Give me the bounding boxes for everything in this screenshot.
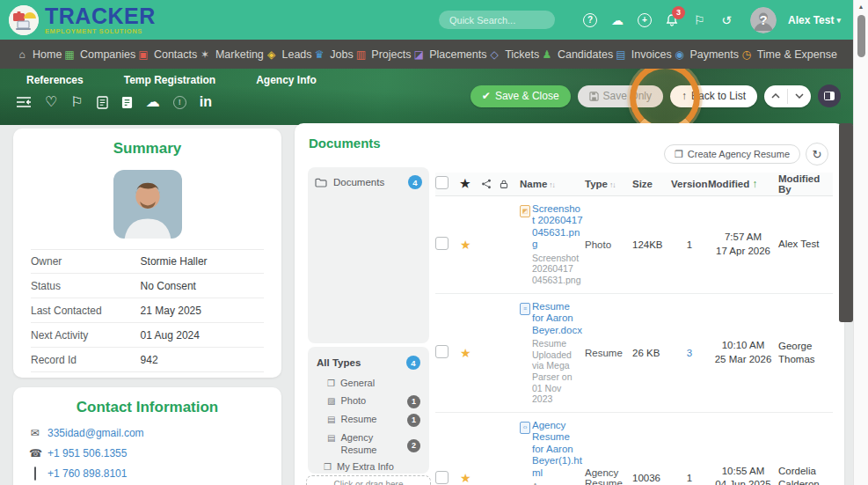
brand-tagline: EMPLOYMENT SOLUTIONS bbox=[45, 28, 156, 35]
back-to-list-button[interactable]: ↑ Back to List bbox=[670, 85, 757, 107]
candidate-photo[interactable] bbox=[113, 170, 182, 239]
nav-item-invoices[interactable]: ▤Invoices bbox=[615, 48, 672, 61]
nav-item-jobs[interactable]: ♛Jobs bbox=[313, 48, 353, 61]
summary-card: Summary Owner Stormie Haller Status No C… bbox=[13, 129, 281, 378]
record-pager bbox=[764, 85, 811, 107]
jobs-icon: ♛ bbox=[313, 48, 325, 61]
file-icon: ❐ bbox=[324, 462, 332, 474]
refresh-button[interactable]: ↻ bbox=[806, 143, 828, 165]
contact-phone-link[interactable]: ☎ +1 951 506.1355 bbox=[29, 447, 281, 459]
nav-item-marketing[interactable]: ✶Marketing bbox=[199, 48, 264, 61]
column-header-version[interactable]: Version bbox=[671, 173, 708, 195]
linkedin-icon[interactable]: in bbox=[200, 95, 212, 109]
mobile-icon bbox=[29, 467, 40, 480]
previous-record-button[interactable] bbox=[764, 85, 787, 107]
nav-item-time-expense[interactable]: ◷Time & Expense bbox=[740, 48, 837, 61]
column-header-name[interactable]: Name↑↓ bbox=[520, 173, 585, 195]
flag-record-icon[interactable]: ⚐ bbox=[70, 95, 83, 109]
type-filter-photo[interactable]: ▨ Photo 1 bbox=[315, 393, 422, 411]
check-icon: ✔ bbox=[482, 90, 491, 102]
contact-email-link[interactable]: ✉ 335idad@gmail.com bbox=[29, 427, 281, 439]
subnav-item-temp-registration[interactable]: Temp Registration bbox=[124, 74, 215, 86]
favorite-star-icon[interactable]: ★ bbox=[460, 346, 471, 360]
document-size: 10036 bbox=[632, 412, 671, 485]
select-all-checkbox[interactable] bbox=[435, 176, 449, 189]
user-avatar[interactable]: ? bbox=[750, 7, 777, 33]
folder-icon bbox=[315, 178, 327, 187]
scroll-up-arrow[interactable]: ▲ bbox=[854, 0, 868, 10]
scrollbar-thumb[interactable] bbox=[857, 15, 865, 57]
chat-cloud-icon[interactable]: ☁ bbox=[609, 12, 625, 28]
quick-search-input[interactable] bbox=[439, 11, 555, 29]
history-icon[interactable]: ↺ bbox=[718, 12, 734, 28]
arrow-up-icon: ↑ bbox=[682, 90, 687, 102]
nav-item-leads[interactable]: ◈Leads bbox=[266, 48, 312, 61]
document-name-link[interactable]: Resume for Aaron Beyer.docx bbox=[532, 301, 583, 337]
sort-icon: ↑↓ bbox=[549, 180, 555, 189]
type-filter-agency-resume[interactable]: ▤ Agency Resume 2 bbox=[315, 430, 422, 459]
column-header-modified[interactable]: Modified↑ bbox=[708, 173, 778, 195]
nav-item-contacts[interactable]: ▣Contacts bbox=[137, 48, 197, 61]
document-name-link[interactable]: Screenshot 20260417 045631.png bbox=[532, 203, 583, 251]
row-checkbox[interactable] bbox=[435, 237, 449, 250]
panel-layout-icon bbox=[824, 92, 835, 100]
nav-item-companies[interactable]: ▦Companies bbox=[63, 48, 135, 61]
star-column-icon[interactable]: ★ bbox=[460, 177, 470, 190]
column-header-type[interactable]: Type↑↓ bbox=[585, 173, 632, 195]
types-filter-all[interactable]: All Types 4 bbox=[315, 354, 422, 375]
email-icon: ✉ bbox=[29, 427, 40, 439]
resume-document-icon[interactable] bbox=[97, 96, 108, 109]
documents-folder-tree: Documents 4 bbox=[308, 167, 429, 343]
phone-icon: ☎ bbox=[29, 447, 40, 459]
flag-icon[interactable]: ⚐ bbox=[691, 12, 707, 28]
column-header-modified-by[interactable]: Modified By bbox=[778, 173, 833, 195]
nav-item-placements[interactable]: ◪Placements bbox=[412, 48, 486, 61]
cloud-icon[interactable]: ☁ bbox=[146, 95, 160, 109]
collapsed-side-panel-strip[interactable] bbox=[839, 123, 853, 322]
alert-icon[interactable]: ! bbox=[173, 96, 186, 109]
nav-item-home[interactable]: ⌂Home bbox=[16, 48, 62, 61]
type-filter-resume[interactable]: ▤ Resume 1 bbox=[315, 411, 422, 430]
next-record-button[interactable] bbox=[788, 85, 811, 107]
brand-logo[interactable]: TRACKER EMPLOYMENT SOLUTIONS bbox=[9, 5, 156, 35]
share-icon[interactable] bbox=[481, 179, 492, 189]
column-header-size[interactable]: Size bbox=[632, 173, 671, 195]
invoices-icon: ▤ bbox=[615, 48, 627, 61]
notes-document-icon[interactable] bbox=[121, 96, 133, 109]
subnav-item-agency-info[interactable]: Agency Info bbox=[256, 74, 317, 86]
document-type: Photo bbox=[585, 195, 632, 293]
help-icon[interactable]: ? bbox=[582, 12, 598, 28]
folder-item-documents[interactable]: Documents 4 bbox=[315, 175, 422, 189]
create-agency-resume-button[interactable]: ❐ Create Agency Resume bbox=[664, 144, 800, 164]
collapse-panel-icon[interactable] bbox=[16, 96, 32, 108]
type-filter-my-extra-info[interactable]: ❐ My Extra Info bbox=[315, 459, 422, 476]
nav-item-projects[interactable]: ▥Projects bbox=[354, 48, 411, 61]
payments-icon: ◉ bbox=[673, 48, 685, 61]
document-name-link[interactable]: Agency Resume for Aaron Beyer(1).html bbox=[532, 420, 583, 480]
summary-fields: Owner Stormie Haller Status No Consent L… bbox=[13, 249, 281, 372]
upload-dropzone[interactable]: Click or drag here bbox=[306, 475, 431, 485]
subnav-item-references[interactable]: References bbox=[26, 74, 84, 86]
row-checkbox[interactable] bbox=[435, 471, 449, 484]
nav-item-payments[interactable]: ◉Payments bbox=[673, 48, 739, 61]
summary-row-last-contacted: Last Contacted 21 May 2025 bbox=[31, 298, 264, 323]
page-scrollbar[interactable]: ▲ bbox=[853, 0, 868, 485]
save-only-button[interactable]: Save Only bbox=[578, 85, 663, 107]
row-checkbox[interactable] bbox=[435, 345, 449, 358]
notifications-bell-icon[interactable]: 3 bbox=[664, 12, 680, 28]
user-menu[interactable]: Alex Test ▾ bbox=[788, 14, 841, 26]
contact-mobile-link[interactable]: +1 760 898.8101 bbox=[29, 467, 281, 480]
chevron-down-icon: ▾ bbox=[836, 16, 841, 25]
side-panel-toggle-button[interactable] bbox=[818, 85, 841, 107]
favorite-star-icon[interactable]: ★ bbox=[460, 238, 471, 252]
nav-item-tickets[interactable]: ◇Tickets bbox=[488, 48, 539, 61]
image-file-icon: ◩ bbox=[520, 205, 530, 217]
type-filter-general[interactable]: ❐ General bbox=[315, 375, 422, 393]
save-and-close-button[interactable]: ✔ Save & Close bbox=[470, 85, 571, 107]
lock-icon[interactable] bbox=[499, 179, 509, 189]
favorite-heart-icon[interactable]: ♡ bbox=[45, 95, 57, 109]
favorite-star-icon[interactable]: ★ bbox=[460, 471, 471, 485]
add-icon[interactable]: + bbox=[637, 12, 653, 28]
document-version-link[interactable]: 3 bbox=[687, 348, 692, 358]
nav-item-candidates[interactable]: ♟Candidates bbox=[541, 48, 613, 61]
